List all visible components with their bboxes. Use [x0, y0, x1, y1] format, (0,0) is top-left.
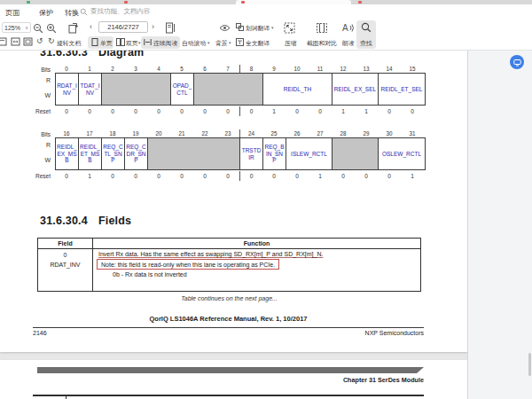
chapter-header-bar: [37, 367, 424, 373]
chapter-header-text: Chapter 31 SerDes Module: [37, 376, 424, 384]
pdf-reader-window: 页面 保护 转换 查找功能、文档内容 125% ∨ ‹ 2: [0, 0, 532, 399]
rotate-document-icon[interactable]: [67, 22, 79, 34]
page-indicator: 2146/2727: [107, 23, 138, 31]
section-title: Fields: [98, 215, 131, 227]
tab-favicon[interactable]: [241, 1, 245, 4]
bit-number: 19: [124, 129, 147, 137]
full-translate-button[interactable]: 全文翻译: [246, 39, 270, 48]
reset-row: Reset0000000001001100: [34, 106, 429, 117]
reset-value: 0: [401, 106, 424, 116]
undo-icon[interactable]: ↺: [36, 36, 43, 45]
auto-scroll-icon[interactable]: [165, 22, 176, 34]
continuous-reading-button[interactable]: 连续阅读: [153, 39, 177, 48]
compress-button[interactable]: 压缩: [285, 39, 297, 48]
menu-page[interactable]: 页面: [5, 8, 20, 18]
read-aloud-button[interactable]: 朗读: [342, 39, 355, 48]
bit-number: 26: [286, 129, 309, 137]
reset-value: 1: [78, 171, 101, 181]
fit-actual-size-icon[interactable]: [0, 37, 7, 46]
section-heading-diagram: 31.6.30.3Diagram: [40, 51, 144, 59]
double-page-button[interactable]: 双页: [126, 39, 138, 48]
screenshot-compare-button[interactable]: 截图和对比: [307, 39, 337, 48]
assistant-button[interactable]: [510, 55, 524, 69]
field-bit-number: 0: [38, 252, 92, 258]
bit-number: 22: [193, 129, 216, 137]
reset-value: 0: [216, 106, 239, 116]
field-label: TRSTDIR: [241, 147, 262, 160]
fit-width-icon[interactable]: [11, 37, 20, 46]
redo-icon[interactable]: ↻: [48, 36, 55, 45]
write-label: W: [34, 157, 51, 163]
find-button[interactable]: 查找: [360, 39, 372, 48]
page-number-input[interactable]: 2146/2727: [98, 21, 148, 33]
document-viewport[interactable]: 31.6.30.3Diagram Bits0123456789101112131…: [0, 51, 467, 399]
background-eye-icon[interactable]: [219, 24, 231, 32]
read-aloud-icon[interactable]: A: [342, 22, 355, 34]
field-cell: REIDL_EX_MSB: [56, 138, 79, 169]
reset-value: 0: [170, 106, 193, 116]
bit-number: 11: [309, 65, 332, 73]
reset-value: 1: [401, 171, 424, 181]
bit-number: 4: [147, 65, 170, 73]
screenshot-compare-icon[interactable]: [316, 22, 328, 34]
reset-value: 0: [216, 171, 239, 181]
compress-icon[interactable]: [284, 22, 295, 34]
word-translate-button[interactable]: 划词翻译: [246, 24, 270, 33]
toolbar: 125% ∨ ‹ 2146/2727 › 划词翻译 ▾: [0, 20, 532, 51]
rotate-document-button[interactable]: 旋转文档: [57, 39, 81, 48]
reset-value: 0: [355, 171, 378, 181]
footer-publisher: NXP Semiconductors: [365, 330, 424, 336]
footer-rule: [33, 327, 424, 328]
note-annotation-box: Note: this field is read-only when this …: [97, 259, 279, 270]
field-cell: REIDL_ET_MSB: [79, 138, 102, 169]
reset-value: 0: [170, 171, 193, 181]
field-label: OSLEW_RCTL: [382, 151, 421, 157]
tab-favicon[interactable]: [124, 1, 128, 4]
panel-scrollbar-thumb[interactable]: [528, 353, 531, 376]
column-header-field: Field: [38, 239, 93, 248]
bit-number: 7: [216, 65, 239, 73]
field-cells-row: REIDL_EX_MSBREIDL_ET_MSBREQ_CTL_SNPREQ_C…: [34, 137, 429, 170]
auto-scroll-button[interactable]: 自动滚动: [182, 39, 206, 48]
bit-number: 2: [101, 65, 124, 73]
zoom-in-icon[interactable]: [46, 23, 57, 34]
background-button[interactable]: 背景: [215, 39, 228, 48]
field-label: REIDL_ET_SEL: [381, 86, 423, 92]
zoom-out-icon[interactable]: [33, 23, 43, 34]
field-cell: OPAD_CTL: [171, 74, 194, 105]
reset-value: 0: [309, 106, 332, 116]
tab-favicon[interactable]: [27, 1, 30, 4]
bit-number: 18: [101, 129, 124, 137]
reset-value: 0: [262, 171, 286, 181]
section-title: Diagram: [98, 51, 144, 59]
next-page-icon[interactable]: ›: [152, 22, 154, 31]
reset-value: 0: [101, 171, 124, 181]
reserved-field-cell: [332, 138, 379, 169]
search-icon: [80, 8, 88, 16]
bits-label: Bits: [34, 66, 55, 73]
search-placeholder: 查找功能、文档内容: [90, 7, 151, 16]
single-page-button[interactable]: 单页: [100, 39, 113, 48]
menu-protect[interactable]: 保护: [39, 8, 53, 18]
field-label: REQ_CDR_SNP: [126, 144, 146, 163]
bit-number: 15: [401, 65, 424, 73]
fields-table-header: Field Function: [38, 239, 420, 249]
chevron-down-icon: ▾: [229, 40, 231, 45]
find-icon[interactable]: [361, 22, 372, 33]
reset-value: 0: [55, 106, 78, 116]
read-label: R: [34, 77, 51, 83]
field-label: REIDL_TH: [284, 86, 311, 92]
zoom-level-select[interactable]: 125% ∨: [2, 22, 31, 33]
footer-page-number: 2146: [33, 330, 47, 336]
reset-label: Reset: [34, 173, 55, 179]
menu-bar: 页面 保护 转换 查找功能、文档内容: [0, 4, 532, 20]
tab-favicon[interactable]: [358, 1, 362, 4]
reset-value: 1: [262, 106, 286, 116]
menu-convert[interactable]: 转换: [65, 8, 79, 18]
previous-page-icon[interactable]: ‹: [90, 22, 92, 31]
chevron-down-icon: ▾: [207, 40, 210, 45]
fit-page-icon[interactable]: [23, 37, 33, 46]
reset-value: 0: [193, 171, 216, 181]
footer-manual-title: QorIQ LS1046A Reference Manual, Rev. 1, …: [33, 315, 424, 323]
search-box[interactable]: 查找功能、文档内容: [80, 7, 151, 16]
